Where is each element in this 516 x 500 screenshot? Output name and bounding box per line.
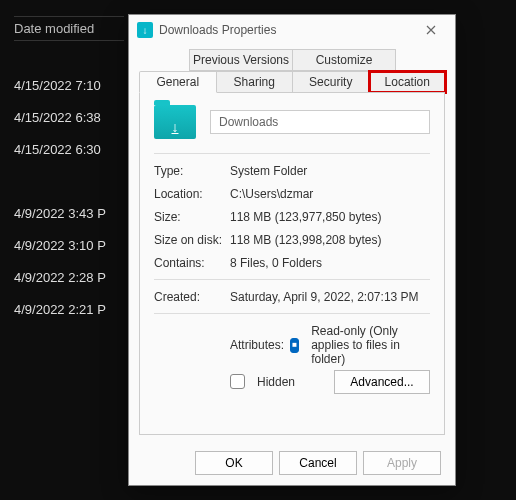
list-item[interactable]: 4/15/2022 7:10 (14, 78, 106, 93)
title-bar: Downloads Properties (129, 15, 455, 45)
downloads-folder-icon (154, 105, 196, 139)
folder-name-input[interactable] (210, 110, 430, 134)
apply-button[interactable]: Apply (363, 451, 441, 475)
hidden-checkbox[interactable] (230, 374, 245, 389)
tab-panel-general: Type:System Folder Location:C:\Users\dzm… (139, 92, 445, 435)
tab-previous-versions[interactable]: Previous Versions (189, 49, 293, 71)
divider (154, 153, 430, 154)
close-icon (426, 25, 436, 35)
dialog-title: Downloads Properties (159, 23, 415, 37)
divider (154, 279, 430, 280)
column-header-date-modified[interactable]: Date modified (14, 16, 124, 41)
size-label: Size: (154, 210, 230, 224)
tab-security[interactable]: Security (292, 71, 370, 93)
location-value: C:\Users\dzmar (230, 187, 430, 201)
tab-strip: Previous Versions Customize General Shar… (129, 45, 455, 93)
location-label: Location: (154, 187, 230, 201)
cancel-button[interactable]: Cancel (279, 451, 357, 475)
contains-value: 8 Files, 0 Folders (230, 256, 430, 270)
size-on-disk-label: Size on disk: (154, 233, 230, 247)
list-item[interactable]: 4/9/2022 2:28 P (14, 270, 106, 285)
properties-dialog: Downloads Properties Previous Versions C… (128, 14, 456, 486)
tab-customize[interactable]: Customize (292, 49, 396, 71)
readonly-checkbox[interactable] (290, 338, 299, 353)
list-item[interactable]: 4/15/2022 6:30 (14, 142, 106, 157)
list-item[interactable]: 4/15/2022 6:38 (14, 110, 106, 125)
hidden-label: Hidden (257, 375, 295, 389)
tab-location[interactable]: Location (369, 71, 447, 93)
size-value: 118 MB (123,977,850 bytes) (230, 210, 430, 224)
advanced-button[interactable]: Advanced... (334, 370, 430, 394)
tab-sharing[interactable]: Sharing (216, 71, 294, 93)
downloads-folder-icon (137, 22, 153, 38)
divider (154, 313, 430, 314)
background-file-list: 4/15/2022 7:10 4/15/2022 6:38 4/15/2022 … (14, 78, 106, 317)
created-label: Created: (154, 290, 230, 304)
tab-general[interactable]: General (139, 71, 217, 93)
close-button[interactable] (415, 16, 447, 44)
readonly-label: Read-only (Only applies to files in fold… (311, 324, 430, 366)
list-item[interactable]: 4/9/2022 3:10 P (14, 238, 106, 253)
type-value: System Folder (230, 164, 430, 178)
size-on-disk-value: 118 MB (123,998,208 bytes) (230, 233, 430, 247)
ok-button[interactable]: OK (195, 451, 273, 475)
list-item[interactable]: 4/9/2022 2:21 P (14, 302, 106, 317)
attributes-label: Attributes: (230, 338, 284, 352)
created-value: Saturday, April 9, 2022, 2:07:13 PM (230, 290, 430, 304)
list-item[interactable]: 4/9/2022 3:43 P (14, 206, 106, 221)
contains-label: Contains: (154, 256, 230, 270)
type-label: Type: (154, 164, 230, 178)
dialog-footer: OK Cancel Apply (129, 443, 455, 485)
